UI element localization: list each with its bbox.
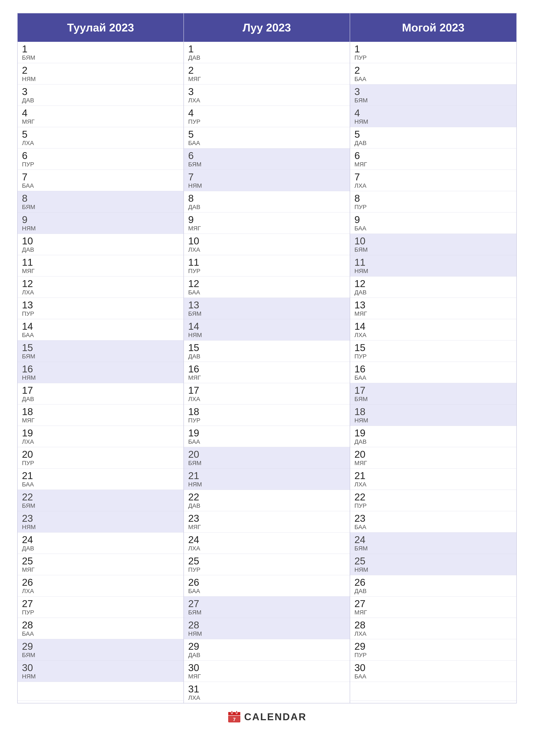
- day-label: БАА: [354, 225, 512, 232]
- day-label: МЯГ: [354, 161, 512, 168]
- day-number: 4: [354, 108, 512, 118]
- day-label: БЯМ: [188, 609, 345, 616]
- day-cell: 14ЛХА: [350, 319, 516, 340]
- day-number: 5: [188, 129, 345, 139]
- day-number: 5: [22, 129, 179, 139]
- day-label: ПУР: [22, 310, 179, 317]
- day-cell: 6БЯМ: [184, 148, 350, 170]
- day-label: МЯГ: [22, 566, 179, 573]
- day-number: 30: [188, 663, 345, 673]
- day-number: 29: [188, 641, 345, 651]
- day-cell: 2МЯГ: [184, 63, 350, 85]
- day-label: ЛХА: [22, 438, 179, 445]
- day-label: МЯГ: [188, 524, 345, 530]
- day-number: 21: [354, 471, 512, 481]
- day-cell: 16МЯГ: [184, 362, 350, 383]
- day-cell: 1ДАВ: [184, 42, 350, 63]
- days-grid: 1БЯМ2НЯМ3ДАВ4МЯГ5ЛХА6ПУР7БАА8БЯМ9НЯМ10ДА…: [18, 42, 516, 703]
- day-label: НЯМ: [354, 268, 512, 275]
- day-label: БЯМ: [22, 54, 179, 61]
- day-cell: 28ЛХА: [350, 618, 516, 639]
- day-number: 27: [354, 599, 512, 608]
- day-cell: 13БЯМ: [184, 298, 350, 319]
- day-number: 22: [22, 492, 179, 502]
- day-cell: 19ЛХА: [18, 426, 184, 447]
- day-number: 19: [22, 428, 179, 438]
- day-label: ЛХА: [188, 545, 345, 552]
- day-cell: 23БАА: [350, 511, 516, 532]
- day-label: ДАВ: [188, 652, 345, 659]
- day-label: ДАВ: [22, 396, 179, 403]
- day-number: 30: [22, 663, 179, 673]
- day-label: ЛХА: [22, 588, 179, 595]
- day-label: БЯМ: [354, 545, 512, 552]
- day-number: 28: [354, 620, 512, 630]
- day-number: 9: [188, 215, 345, 225]
- day-label: ДАВ: [22, 246, 179, 253]
- day-label: БЯМ: [22, 502, 179, 509]
- day-number: 26: [354, 577, 512, 587]
- day-number: 23: [22, 513, 179, 523]
- day-cell: 19БАА: [184, 426, 350, 447]
- day-number: 15: [354, 343, 512, 353]
- day-label: ЛХА: [354, 630, 512, 637]
- day-label: МЯГ: [188, 673, 345, 680]
- day-number: 28: [188, 620, 345, 630]
- svg-text:7: 7: [233, 717, 236, 722]
- month-header-1: Луу 2023: [184, 14, 350, 42]
- day-number: 1: [188, 44, 345, 54]
- day-number: 25: [354, 556, 512, 566]
- day-number: 18: [188, 407, 345, 417]
- day-number: 15: [22, 343, 179, 353]
- day-label: ДАВ: [354, 438, 512, 445]
- day-label: ЛХА: [22, 289, 179, 296]
- day-label: ПУР: [188, 566, 345, 573]
- day-label: НЯМ: [22, 225, 179, 232]
- day-cell: 10ДАВ: [18, 234, 184, 255]
- day-label: ЛХА: [354, 182, 512, 189]
- day-label: МЯГ: [354, 460, 512, 467]
- day-cell: 6ПУР: [18, 148, 184, 170]
- day-number: 21: [188, 471, 345, 481]
- day-number: 18: [22, 407, 179, 417]
- day-number: 8: [22, 193, 179, 203]
- day-cell: 15БЯМ: [18, 340, 184, 362]
- day-label: ЛХА: [188, 694, 345, 701]
- day-cell: 25НЯМ: [350, 554, 516, 575]
- day-label: ДАВ: [188, 204, 345, 210]
- day-label: МЯГ: [22, 417, 179, 424]
- day-cell: 4НЯМ: [350, 106, 516, 127]
- day-cell: 7БАА: [18, 170, 184, 191]
- day-cell: 26БАА: [184, 575, 350, 597]
- day-number: 23: [188, 513, 345, 523]
- month-header-0: Туулай 2023: [18, 14, 184, 42]
- day-number: 16: [22, 364, 179, 374]
- footer: 7 CALENDAR: [17, 703, 517, 730]
- day-label: БЯМ: [188, 161, 345, 168]
- day-label: ПУР: [354, 652, 512, 659]
- day-label: БАА: [188, 588, 345, 595]
- day-number: 5: [354, 129, 512, 139]
- day-number: 16: [354, 364, 512, 374]
- day-cell: 1ПУР: [350, 42, 516, 63]
- day-number: 27: [22, 599, 179, 608]
- day-number: 8: [188, 193, 345, 203]
- day-number: 17: [22, 385, 179, 395]
- day-cell: 3ЛХА: [184, 85, 350, 106]
- day-cell: 4ПУР: [184, 106, 350, 127]
- day-number: 4: [188, 108, 345, 118]
- day-cell: 8ПУР: [350, 191, 516, 212]
- day-cell: 7НЯМ: [184, 170, 350, 191]
- day-cell: 9НЯМ: [18, 212, 184, 234]
- day-label: ДАВ: [354, 588, 512, 595]
- day-label: МЯГ: [22, 118, 179, 125]
- day-number: 13: [22, 300, 179, 310]
- day-number: 15: [188, 343, 345, 353]
- day-number: 28: [22, 620, 179, 630]
- day-cell: 8БЯМ: [18, 191, 184, 212]
- day-label: ЛХА: [188, 97, 345, 104]
- day-number: 31: [188, 684, 345, 694]
- day-label: МЯГ: [22, 268, 179, 275]
- day-label: НЯМ: [22, 374, 179, 381]
- day-label: БАА: [22, 182, 179, 189]
